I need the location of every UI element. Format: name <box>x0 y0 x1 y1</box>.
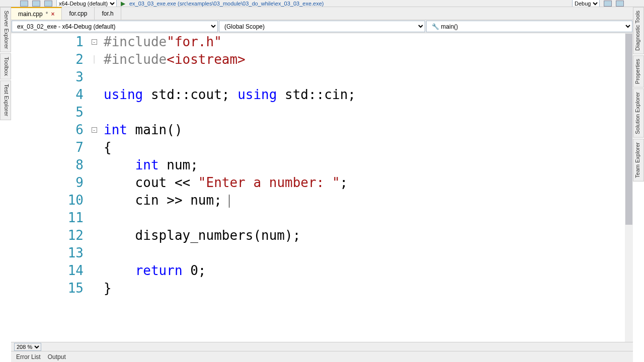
line-gutter: 123456789101112131415 <box>11 33 90 342</box>
scrollbar[interactable] <box>625 33 633 342</box>
target-path[interactable]: ex_03_03_exe.exe (src\examples\03_module… <box>129 1 568 7</box>
side-tab-test-explorer[interactable]: Test Explorer <box>0 80 11 120</box>
toolbar-icon[interactable] <box>20 1 28 7</box>
project-scope[interactable]: ex_03_02_exe - x64-Debug (default) <box>12 21 218 32</box>
side-tab-solution-explorer[interactable]: Solution Explorer <box>633 88 644 138</box>
tab-label: for.cpp <box>69 10 87 17</box>
close-icon[interactable]: × <box>51 11 54 18</box>
editor: main.cpp * × for.cpp for.h ex_03_02_exe … <box>11 7 633 362</box>
zoom-select[interactable]: 208 % <box>14 343 41 351</box>
side-tab-toolbox[interactable]: Toolbox <box>0 53 11 79</box>
side-tab-properties[interactable]: Properties <box>633 55 644 87</box>
code-area[interactable]: 123456789101112131415 -│- #include"for.h… <box>11 33 633 342</box>
mode-select[interactable]: Debug <box>572 0 600 7</box>
config-select[interactable]: x64-Debug (default) <box>56 0 117 7</box>
zoom-row: 208 % <box>11 342 633 351</box>
side-tab-team-explorer[interactable]: Team Explorer <box>633 139 644 182</box>
right-sidebar: Diagnostic Tools Properties Solution Exp… <box>633 7 644 362</box>
file-tabs: main.cpp * × for.cpp for.h <box>11 7 633 20</box>
side-tab-diagnostic[interactable]: Diagnostic Tools <box>633 7 644 54</box>
side-tab-server-explorer[interactable]: Server Explorer <box>0 7 11 52</box>
left-sidebar: Server Explorer Toolbox Test Explorer <box>0 7 11 362</box>
dirty-icon: * <box>46 11 48 18</box>
member-scope[interactable]: 🔧 main() <box>426 21 632 32</box>
toolbar-icon[interactable] <box>32 1 40 7</box>
tab-main-cpp[interactable]: main.cpp * × <box>11 7 62 20</box>
top-toolbar: x64-Debug (default) ▶ ex_03_03_exe.exe (… <box>0 0 644 7</box>
tab-output[interactable]: Output <box>48 353 66 360</box>
global-scope[interactable]: (Global Scope) <box>219 21 425 32</box>
tab-for-h[interactable]: for.h <box>95 7 121 20</box>
toolbar-icon[interactable] <box>44 1 52 7</box>
toolbar-icon[interactable] <box>616 1 624 7</box>
bottom-tabs: Error List Output <box>11 351 633 362</box>
tab-label: for.h <box>102 10 113 17</box>
toolbar-icon[interactable] <box>604 1 612 7</box>
tab-for-cpp[interactable]: for.cpp <box>62 7 95 20</box>
tab-label: main.cpp <box>18 11 43 18</box>
tab-error-list[interactable]: Error List <box>16 353 41 360</box>
scopes-row: ex_03_02_exe - x64-Debug (default) (Glob… <box>11 20 633 33</box>
fold-column[interactable]: -│- <box>90 33 99 342</box>
code-text[interactable]: #include"for.h"#include<iostream>using s… <box>99 33 633 342</box>
